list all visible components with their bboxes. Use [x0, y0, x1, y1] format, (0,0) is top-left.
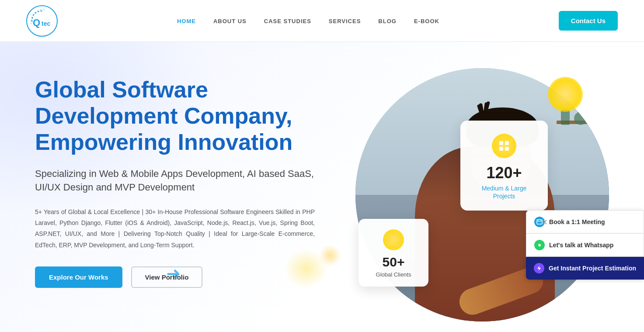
- stat-label-small: Global Clients: [367, 271, 420, 278]
- nav-item-services[interactable]: SERVICES: [329, 17, 361, 25]
- stat-icon-small: [383, 229, 404, 250]
- estimation-label: Get Instant Project Estimation: [549, 265, 636, 272]
- svg-rect-2: [499, 141, 503, 145]
- estimation-button[interactable]: Get Instant Project Estimation: [526, 257, 644, 280]
- svg-text:tec: tec: [42, 20, 50, 27]
- svg-marker-11: [537, 266, 541, 271]
- grid-icon: [498, 140, 510, 152]
- whatsapp-label: Let's talk at Whatsapp: [549, 242, 613, 249]
- yellow-glow-top: [548, 77, 583, 112]
- whatsapp-button[interactable]: Let's talk at Whatsapp: [526, 234, 644, 257]
- nav-item-home[interactable]: HOME: [177, 17, 196, 25]
- float-close-button[interactable]: ✕: [541, 218, 548, 227]
- svg-rect-4: [499, 147, 503, 151]
- nav-item-about[interactable]: ABOUT US: [213, 17, 247, 25]
- nav-item-blog[interactable]: BLOG: [378, 17, 397, 25]
- contact-button[interactable]: Contact Us: [559, 11, 618, 31]
- meeting-label: Book a 1:1 Meeting: [549, 218, 605, 225]
- navbar: Q tec HOME ABOUT US CASE STUDIES SERVICE…: [0, 0, 644, 42]
- nav-link-case-studies[interactable]: CASE STUDIES: [264, 18, 311, 24]
- lightning-icon: [536, 265, 542, 271]
- nav-link-ebook[interactable]: E-BOOK: [414, 18, 439, 24]
- nav-link-blog[interactable]: BLOG: [378, 18, 397, 24]
- nav-item-case-studies[interactable]: CASE STUDIES: [264, 17, 311, 25]
- hero-section: Global Software Development Company, Emp…: [0, 42, 644, 332]
- nav-item-ebook[interactable]: E-BOOK: [414, 17, 439, 25]
- svg-rect-5: [505, 147, 509, 151]
- stat-number-small: 50+: [367, 256, 420, 269]
- hero-right: 120+ Medium & Large Projects 50+ Global …: [350, 68, 609, 322]
- nav-link-home[interactable]: HOME: [177, 18, 196, 24]
- stat-icon-large: [492, 134, 516, 158]
- hero-subtitle: Specializing in Web & Mobile Apps Develo…: [35, 167, 332, 194]
- hero-title: Global Software Development Company, Emp…: [35, 77, 332, 155]
- logo[interactable]: Q tec: [26, 5, 58, 37]
- nav-link-about[interactable]: ABOUT US: [213, 18, 247, 24]
- stat-label-large: Medium & Large Projects: [471, 184, 537, 200]
- arrow-decoration: ➜: [166, 263, 181, 284]
- explore-works-button[interactable]: Explore Our Works: [35, 266, 122, 288]
- stat-number-large: 120+: [471, 165, 537, 181]
- nav-link-services[interactable]: SERVICES: [329, 18, 361, 24]
- estimation-icon: [534, 263, 544, 273]
- nav-links: HOME ABOUT US CASE STUDIES SERVICES BLOG…: [177, 17, 439, 25]
- svg-text:Q: Q: [33, 17, 40, 28]
- hero-description: 5+ Years of Global & Local Excellence | …: [35, 207, 315, 251]
- whatsapp-icon: [534, 240, 545, 250]
- whatsapp-svg: [536, 242, 543, 248]
- stat-card-large: 120+ Medium & Large Projects: [460, 121, 548, 211]
- stat-card-small: 50+ Global Clients: [359, 219, 428, 287]
- logo-circle: Q tec: [26, 5, 58, 37]
- svg-rect-3: [505, 141, 509, 145]
- logo-arc-svg: Q tec: [28, 7, 57, 36]
- hero-left: Global Software Development Company, Emp…: [35, 68, 332, 301]
- hero-buttons: Explore Our Works View Portfolio: [35, 266, 332, 288]
